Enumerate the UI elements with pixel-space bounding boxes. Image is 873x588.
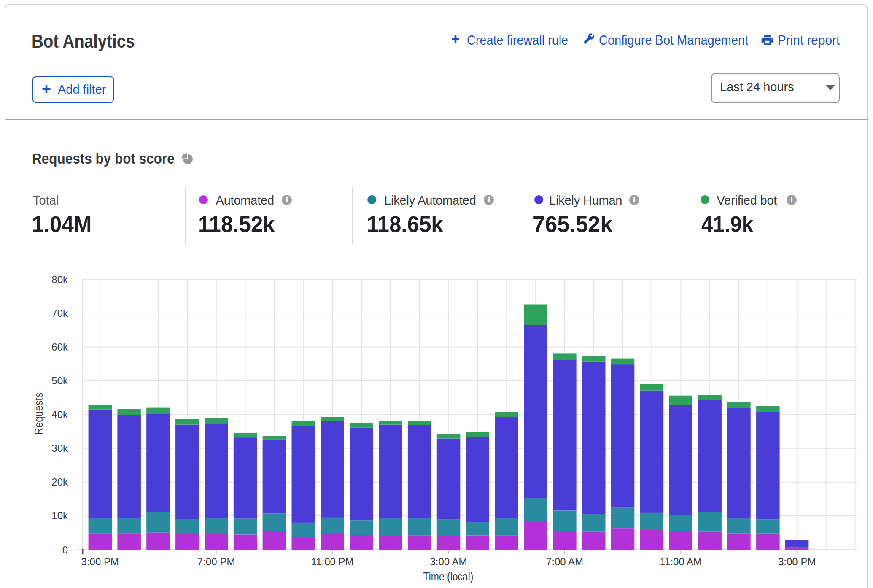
svg-text:11:00 AM: 11:00 AM <box>660 556 702 567</box>
svg-text:10k: 10k <box>51 510 68 521</box>
svg-text:60k: 60k <box>51 341 68 353</box>
svg-text:Requests: Requests <box>32 393 45 435</box>
svg-text:3:00 PM: 3:00 PM <box>81 556 119 567</box>
svg-text:50k: 50k <box>51 375 68 386</box>
svg-text:70k: 70k <box>51 307 68 319</box>
svg-text:3:00 AM: 3:00 AM <box>430 556 467 567</box>
svg-text:80k: 80k <box>51 274 68 285</box>
svg-text:3:00 PM: 3:00 PM <box>778 556 816 567</box>
svg-text:11:00 PM: 11:00 PM <box>311 556 354 567</box>
svg-text:20k: 20k <box>51 476 68 488</box>
svg-text:30k: 30k <box>51 442 68 454</box>
svg-text:7:00 AM: 7:00 AM <box>546 556 583 567</box>
svg-text:40k: 40k <box>51 409 68 420</box>
svg-text:7:00 PM: 7:00 PM <box>197 556 235 567</box>
svg-text:Time (local): Time (local) <box>423 570 474 583</box>
svg-text:0: 0 <box>62 544 68 556</box>
